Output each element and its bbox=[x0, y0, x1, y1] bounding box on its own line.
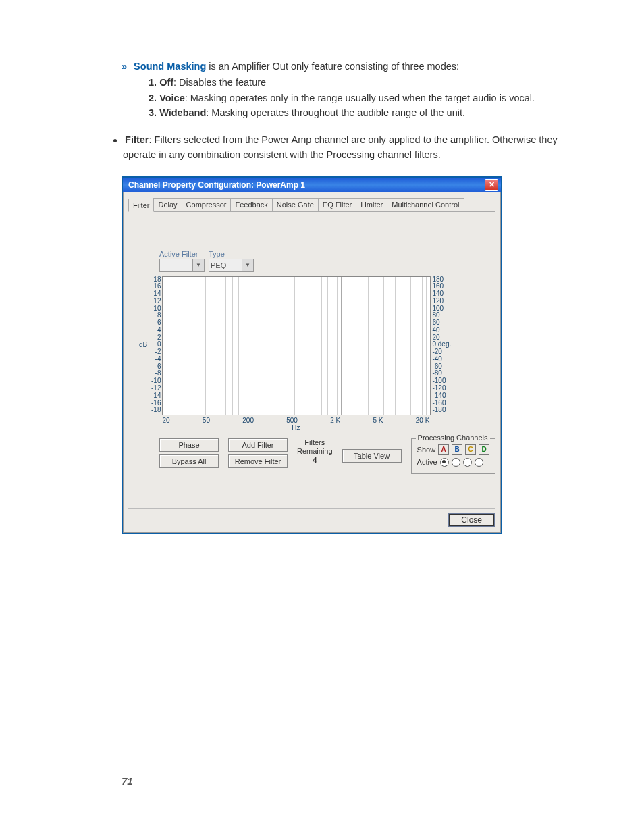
filter-line1: : Filters selected from the Power Amp ch… bbox=[149, 134, 557, 145]
dialog-title: Channel Property Configuration: PowerAmp… bbox=[128, 180, 305, 190]
y-right-axis: 180160140120100806040200 deg.-20-40-60-8… bbox=[431, 276, 452, 414]
tab-noise-gate[interactable]: Noise Gate bbox=[272, 198, 319, 211]
sound-masking-block: » Sound Masking is an Amplifier Out only… bbox=[122, 59, 570, 121]
show-a-toggle[interactable]: A bbox=[438, 444, 449, 455]
processing-channels-group: Processing Channels Show A B C D Active bbox=[411, 438, 496, 474]
close-icon[interactable]: ✕ bbox=[485, 179, 498, 191]
type-dropdown[interactable]: ▼ bbox=[209, 259, 254, 272]
pc-legend: Processing Channels bbox=[416, 434, 490, 442]
tab-delay[interactable]: Delay bbox=[153, 198, 182, 211]
chevron-icon: » bbox=[122, 61, 127, 72]
active-a-radio[interactable] bbox=[440, 458, 449, 467]
active-filter-dropdown[interactable]: ▼ bbox=[159, 259, 205, 272]
list-item: 3. Wideband: Masking operates throughout… bbox=[149, 106, 570, 121]
x-axis: 20502005002 K5 K20 K bbox=[162, 417, 429, 424]
chevron-down-icon[interactable]: ▼ bbox=[192, 259, 204, 271]
show-label: Show bbox=[417, 446, 436, 454]
active-filter-input bbox=[160, 261, 192, 269]
tab-feedback[interactable]: Feedback bbox=[230, 198, 272, 211]
type-label: Type bbox=[209, 250, 254, 258]
list-item: 2. Voice: Masking operates only in the r… bbox=[149, 91, 570, 106]
filters-remaining: Filters Remaining 4 bbox=[297, 438, 333, 465]
zero-line bbox=[163, 346, 430, 346]
active-filter-label: Active Filter bbox=[159, 250, 205, 258]
list-item: 1. Off: Disables the feature bbox=[149, 76, 570, 90]
active-c-radio[interactable] bbox=[463, 458, 472, 467]
add-filter-button[interactable]: Add Filter bbox=[228, 438, 288, 452]
tab-bar: Filter Delay Compressor Feedback Noise G… bbox=[128, 198, 495, 212]
y-axis-label: dB bbox=[139, 341, 147, 348]
channel-property-dialog: Channel Property Configuration: PowerAmp… bbox=[122, 176, 502, 534]
tab-limiter[interactable]: Limiter bbox=[356, 198, 387, 211]
active-b-radio[interactable] bbox=[452, 458, 460, 467]
tab-compressor[interactable]: Compressor bbox=[182, 198, 232, 211]
tab-filter[interactable]: Filter bbox=[128, 199, 154, 212]
sm-title: Sound Masking bbox=[134, 61, 206, 72]
show-b-toggle[interactable]: B bbox=[452, 444, 462, 455]
table-view-button[interactable]: Table View bbox=[342, 449, 402, 463]
bullet-icon bbox=[113, 139, 117, 142]
filter-title: Filter bbox=[125, 134, 149, 145]
tab-multichannel[interactable]: Multichannel Control bbox=[387, 198, 464, 211]
x-axis-label: Hz bbox=[162, 424, 429, 432]
show-c-toggle[interactable]: C bbox=[465, 444, 476, 455]
chevron-down-icon[interactable]: ▼ bbox=[242, 259, 253, 271]
chart-grid[interactable] bbox=[162, 276, 431, 415]
sm-modes: 1. Off: Disables the feature 2. Voice: M… bbox=[149, 76, 570, 121]
tab-eq-filter[interactable]: EQ Filter bbox=[318, 198, 356, 211]
y-left-axis: 181614121086420-2-4-6-8-10-12-14-16-18 bbox=[150, 276, 162, 414]
active-label: Active bbox=[417, 458, 437, 466]
page-number: 71 bbox=[122, 775, 133, 787]
sm-desc: is an Amplifier Out only feature consist… bbox=[206, 61, 459, 72]
active-d-radio[interactable] bbox=[475, 458, 483, 467]
type-input bbox=[209, 261, 242, 269]
filter-block: Filter: Filters selected from the Power … bbox=[113, 133, 570, 163]
remove-filter-button[interactable]: Remove Filter bbox=[228, 454, 288, 468]
bypass-all-button[interactable]: Bypass All bbox=[159, 454, 219, 468]
close-button[interactable]: Close bbox=[448, 513, 495, 527]
filter-chart: dB 181614121086420-2-4-6-8-10-12-14-16-1… bbox=[150, 276, 491, 432]
show-d-toggle[interactable]: D bbox=[479, 444, 489, 455]
phase-button[interactable]: Phase bbox=[159, 438, 219, 452]
titlebar[interactable]: Channel Property Configuration: PowerAmp… bbox=[123, 178, 501, 192]
filter-line2: operate in any combination consistent wi… bbox=[123, 148, 570, 163]
